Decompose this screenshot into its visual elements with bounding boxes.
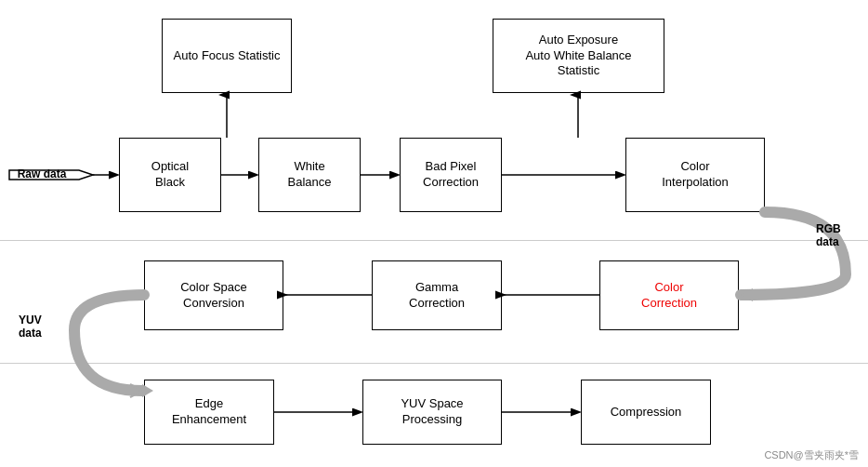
auto-focus-label: Auto Focus Statistic [174, 48, 281, 64]
svg-marker-0 [9, 170, 93, 180]
compression-box: Compression [581, 380, 711, 445]
svg-line-14 [130, 391, 142, 397]
color-correction-label: ColorCorrection [641, 280, 697, 312]
bad-pixel-label: Bad PixelCorrection [423, 159, 479, 191]
gamma-correction-box: GammaCorrection [372, 260, 502, 330]
divider-top [0, 240, 868, 241]
color-space-box: Color SpaceConversion [144, 260, 283, 330]
auto-exposure-box: Auto ExposureAuto White BalanceStatistic [493, 19, 664, 93]
white-balance-box: WhiteBalance [258, 138, 361, 212]
white-balance-label: WhiteBalance [288, 159, 332, 191]
optical-black-label: OpticalBlack [151, 159, 189, 191]
auto-exposure-label: Auto ExposureAuto White BalanceStatistic [525, 33, 631, 80]
auto-focus-statistic-box: Auto Focus Statistic [162, 19, 292, 93]
svg-text:Raw data: Raw data [18, 167, 67, 180]
color-space-label: Color SpaceConversion [180, 280, 247, 312]
divider-bottom [0, 363, 868, 364]
svg-text:YUV: YUV [19, 314, 42, 327]
svg-text:data: data [19, 327, 42, 340]
color-interpolation-label: ColorInterpolation [662, 159, 729, 191]
edge-enhancement-box: EdgeEnhancement [144, 380, 274, 445]
svg-line-13 [130, 384, 142, 391]
diagram: Auto Focus Statistic Auto ExposureAuto W… [0, 0, 868, 467]
color-correction-box: ColorCorrection [599, 260, 739, 330]
svg-text:RGB: RGB [816, 222, 841, 235]
bad-pixel-box: Bad PixelCorrection [400, 138, 502, 212]
color-interpolation-box: ColorInterpolation [625, 138, 765, 212]
yuv-space-box: YUV SpaceProcessing [362, 380, 502, 445]
yuv-space-label: YUV SpaceProcessing [401, 396, 463, 428]
gamma-correction-label: GammaCorrection [409, 280, 465, 312]
edge-enhancement-label: EdgeEnhancement [172, 396, 246, 428]
watermark: CSDN@雪夹雨夹*雪 [764, 448, 859, 462]
optical-black-box: OpticalBlack [119, 138, 221, 212]
compression-label: Compression [611, 405, 682, 420]
svg-text:data: data [816, 235, 839, 248]
